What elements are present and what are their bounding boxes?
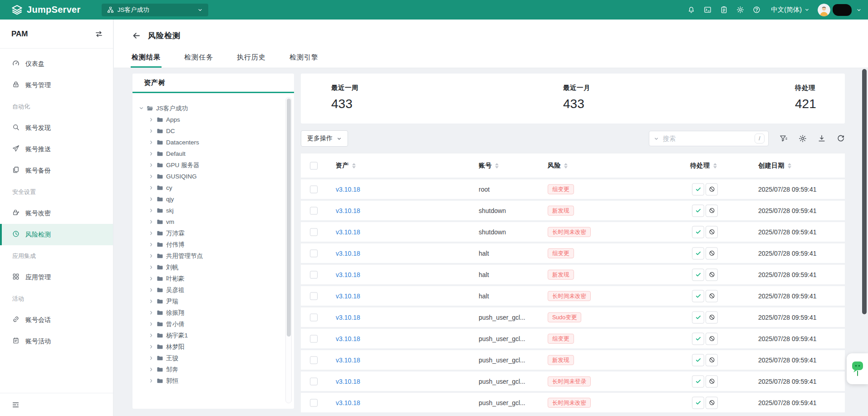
column-header-资产[interactable]: 资产 xyxy=(336,162,356,170)
sidebar-item-风险检测[interactable]: 风险检测 xyxy=(0,224,113,245)
tree-node[interactable]: Datacenters xyxy=(137,137,283,148)
tab-检测引擎[interactable]: 检测引擎 xyxy=(289,53,319,68)
sort-carets-icon[interactable] xyxy=(788,163,791,168)
more-actions-button[interactable]: 更多操作 xyxy=(301,130,348,147)
help-icon[interactable] xyxy=(748,0,765,20)
chevron-right-icon[interactable] xyxy=(147,310,155,315)
tree-node[interactable]: GPU 服务器 xyxy=(137,159,283,171)
row-checkbox[interactable] xyxy=(310,399,318,406)
confirm-risk-button[interactable] xyxy=(692,204,704,217)
asset-link[interactable]: v3.10.18 xyxy=(336,207,360,214)
asset-link[interactable]: v3.10.18 xyxy=(336,314,360,321)
gear-icon[interactable] xyxy=(732,0,748,20)
sidebar-item-仪表盘[interactable]: 仪表盘 xyxy=(0,53,113,74)
tree-node[interactable]: 刘帆 xyxy=(137,262,283,273)
asset-link[interactable]: v3.10.18 xyxy=(336,186,360,193)
chevron-right-icon[interactable] xyxy=(147,151,155,156)
confirm-risk-button[interactable] xyxy=(692,268,704,281)
chevron-right-icon[interactable] xyxy=(147,208,155,213)
chevron-right-icon[interactable] xyxy=(147,287,155,292)
row-checkbox[interactable] xyxy=(310,335,318,342)
chevron-right-icon[interactable] xyxy=(147,129,155,134)
tree-node[interactable]: 林梦阳 xyxy=(137,341,283,352)
row-checkbox[interactable] xyxy=(310,228,318,236)
chevron-right-icon[interactable] xyxy=(147,276,155,281)
tree-node[interactable]: qjy xyxy=(137,193,283,205)
chevron-right-icon[interactable] xyxy=(147,163,155,168)
tree-node[interactable]: GUSIQING xyxy=(137,171,283,182)
language-selector[interactable]: 中文(简体) xyxy=(771,5,809,14)
confirm-risk-button[interactable] xyxy=(692,183,704,195)
row-checkbox[interactable] xyxy=(310,249,318,257)
tab-执行历史[interactable]: 执行历史 xyxy=(237,53,266,68)
chevron-right-icon[interactable] xyxy=(147,265,155,270)
view-switch-icon[interactable] xyxy=(95,30,103,38)
asset-link[interactable]: v3.10.18 xyxy=(336,378,360,385)
tree-node[interactable]: 吴彦祖 xyxy=(137,284,283,296)
sidebar-item-账号改密[interactable]: 账号改密 xyxy=(0,203,113,224)
tree-node[interactable]: 尹瑞 xyxy=(137,296,283,307)
tree-node[interactable]: 共用管理节点 xyxy=(137,250,283,262)
chevron-right-icon[interactable] xyxy=(147,117,155,122)
ignore-risk-button[interactable] xyxy=(706,290,718,302)
ignore-risk-button[interactable] xyxy=(706,311,718,323)
asset-link[interactable]: v3.10.18 xyxy=(336,335,360,342)
chevron-right-icon[interactable] xyxy=(147,197,155,202)
sort-carets-icon[interactable] xyxy=(352,163,356,168)
sort-carets-icon[interactable] xyxy=(564,163,568,168)
asset-link[interactable]: v3.10.18 xyxy=(336,357,360,364)
ignore-risk-button[interactable] xyxy=(706,226,718,238)
ignore-risk-button[interactable] xyxy=(706,396,718,409)
select-all-checkbox[interactable] xyxy=(310,162,318,169)
chevron-right-icon[interactable] xyxy=(147,367,155,372)
tree-node[interactable]: 邹奔 xyxy=(137,364,283,375)
sidebar-item-账号管理[interactable]: 账号管理 xyxy=(0,74,113,96)
chevron-right-icon[interactable] xyxy=(147,219,155,224)
tree-node[interactable]: 郭恒 xyxy=(137,375,283,386)
page-scrollbar[interactable] xyxy=(862,69,867,314)
confirm-risk-button[interactable] xyxy=(692,396,704,409)
user-menu-chevron-icon[interactable] xyxy=(856,7,862,13)
terminal-icon[interactable] xyxy=(699,0,716,20)
ignore-risk-button[interactable] xyxy=(706,332,718,345)
chevron-down-icon[interactable] xyxy=(137,106,145,111)
clipboard-icon[interactable] xyxy=(716,0,732,20)
asset-link[interactable]: v3.10.18 xyxy=(336,271,360,278)
tab-检测任务[interactable]: 检测任务 xyxy=(184,53,213,68)
chevron-right-icon[interactable] xyxy=(147,344,155,349)
ignore-risk-button[interactable] xyxy=(706,247,718,259)
tree-node[interactable]: DC xyxy=(137,125,283,137)
refresh-icon[interactable] xyxy=(837,134,845,143)
tree-node[interactable]: vm xyxy=(137,216,283,228)
tree-node[interactable]: Default xyxy=(137,148,283,159)
chevron-right-icon[interactable] xyxy=(147,378,155,383)
tree-node[interactable]: 曾小倩 xyxy=(137,318,283,330)
column-header-创建日期[interactable]: 创建日期 xyxy=(758,162,791,170)
chevron-right-icon[interactable] xyxy=(147,140,155,145)
chat-support-widget[interactable] xyxy=(847,353,868,384)
confirm-risk-button[interactable] xyxy=(692,311,704,323)
sidebar-item-账号发现[interactable]: 账号发现 xyxy=(0,117,113,139)
column-header-风险[interactable]: 风险 xyxy=(548,162,568,170)
tree-node[interactable]: 王骏 xyxy=(137,352,283,364)
chevron-right-icon[interactable] xyxy=(147,242,155,247)
row-checkbox[interactable] xyxy=(310,313,318,321)
ignore-risk-button[interactable] xyxy=(706,268,718,281)
ignore-risk-button[interactable] xyxy=(706,354,718,366)
tree-node[interactable]: 付伟博 xyxy=(137,239,283,250)
chevron-right-icon[interactable] xyxy=(147,299,155,304)
back-button[interactable] xyxy=(132,31,141,40)
org-selector[interactable]: JS客户成功 xyxy=(102,4,208,16)
ignore-risk-button[interactable] xyxy=(706,204,718,217)
table-settings-gear-icon[interactable] xyxy=(799,134,807,143)
confirm-risk-button[interactable] xyxy=(692,226,704,238)
sidebar-item-应用管理[interactable]: 应用管理 xyxy=(0,267,113,288)
search-input[interactable] xyxy=(663,135,755,142)
row-checkbox[interactable] xyxy=(310,377,318,385)
sidebar-item-账号活动[interactable]: 账号活动 xyxy=(0,331,113,352)
asset-link[interactable]: v3.10.18 xyxy=(336,250,360,257)
chevron-right-icon[interactable] xyxy=(147,185,155,190)
collapse-sidebar-icon[interactable] xyxy=(12,401,20,409)
confirm-risk-button[interactable] xyxy=(692,332,704,345)
sidebar-item-账号推送[interactable]: 账号推送 xyxy=(0,139,113,160)
